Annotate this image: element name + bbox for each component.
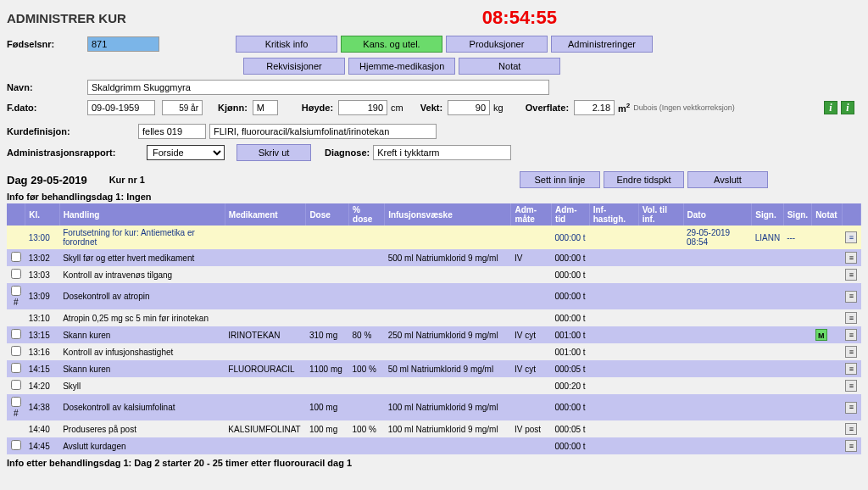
cell-dose	[306, 283, 349, 309]
cell-kl: 13:15	[25, 326, 60, 343]
col-infh: Inf-hastigh.	[589, 203, 638, 226]
hoyde-input[interactable]	[338, 100, 387, 115]
cell-kl: 13:16	[25, 343, 60, 360]
fdato-input[interactable]	[87, 100, 155, 115]
treatment-table: Kl. Handling Medikament Dose % dose Infu…	[7, 203, 861, 454]
age-input[interactable]	[162, 100, 203, 115]
cell-sign1	[752, 343, 783, 360]
kans-utel-button[interactable]: Kans. og utel.	[341, 36, 442, 53]
diagnose-input[interactable]	[373, 145, 511, 160]
row-checkbox[interactable]	[11, 397, 21, 407]
cell-admtid: 000:05 t	[551, 420, 589, 437]
navn-input[interactable]	[87, 80, 549, 95]
cell-notat	[812, 343, 843, 360]
cell-infh	[589, 326, 638, 343]
cell-vol	[638, 377, 683, 394]
row-menu-icon[interactable]: ≡	[845, 363, 857, 375]
info-icon-1[interactable]: i	[824, 101, 837, 114]
fodselsnr-input[interactable]	[87, 36, 159, 52]
cell-sign1	[752, 326, 783, 343]
cell-dato	[683, 326, 752, 343]
rekvisisjoner-button[interactable]: Rekvisisjoner	[243, 58, 345, 75]
cell-pct: 100 %	[349, 420, 385, 437]
avslutt-button[interactable]: Avslutt	[687, 171, 768, 188]
row-checkbox[interactable]	[11, 269, 21, 279]
cell-kl: 13:00	[25, 226, 60, 249]
row-menu-icon[interactable]: ≡	[845, 329, 857, 341]
kurdef-name-input[interactable]	[209, 124, 437, 139]
cell-dato	[683, 377, 752, 394]
row-menu-icon[interactable]: ≡	[845, 252, 857, 264]
vekt-input[interactable]	[448, 100, 490, 115]
administreringer-button[interactable]: Administreringer	[551, 36, 653, 53]
table-row: 13:15Skann kurenIRINOTEKAN310 mg80 %250 …	[7, 326, 861, 343]
row-menu-icon[interactable]: ≡	[845, 402, 857, 414]
cell-notat	[812, 394, 843, 420]
cell-dose: 100 mg	[306, 420, 349, 437]
cell-admtid: 000:00 t	[551, 394, 589, 420]
cell-sign2	[783, 249, 811, 266]
kg-unit: kg	[493, 103, 504, 113]
table-row: 14:15Skann kurenFLUOROURACIL1100 mg100 %…	[7, 360, 861, 377]
row-checkbox[interactable]	[11, 346, 21, 356]
cell-dose: 310 mg	[306, 326, 349, 343]
row-menu-icon[interactable]: ≡	[845, 291, 857, 303]
kritisk-info-button[interactable]: Kritisk info	[236, 36, 337, 53]
overflate-input[interactable]	[574, 100, 615, 115]
cell-infv	[385, 437, 511, 454]
row-menu-icon[interactable]: ≡	[845, 380, 857, 392]
adminrapport-select[interactable]: Forside	[147, 145, 225, 160]
table-row: 13:02Skyll før og etter hvert medikament…	[7, 249, 861, 266]
row-checkbox[interactable]	[11, 252, 21, 262]
info-icon-2[interactable]: i	[841, 101, 854, 114]
cell-med	[225, 283, 306, 309]
vekt-label: Vekt:	[420, 103, 442, 113]
col-adm: Adm-måte	[511, 203, 551, 226]
cell-infv: 250 ml Natriumklorid 9 mg/ml	[385, 326, 511, 343]
cell-sign1	[752, 283, 783, 309]
table-row: #13:09Dosekontroll av atropin000:00 t≡	[7, 283, 861, 309]
table-row: #14:38Dosekontroll av kalsiumfolinat100 …	[7, 394, 861, 420]
row-menu-icon[interactable]: ≡	[845, 269, 857, 281]
cell-infv: 100 ml Natriumklorid 9 mg/ml	[385, 394, 511, 420]
m-badge[interactable]: M	[815, 329, 827, 341]
row-checkbox[interactable]	[11, 380, 21, 390]
kurdef-code-input[interactable]	[138, 124, 206, 139]
cell-infv: 500 ml Natriumklorid 9 mg/ml	[385, 249, 511, 266]
cell-admtid: 001:00 t	[551, 326, 589, 343]
cell-dato	[683, 266, 752, 283]
row-menu-icon[interactable]: ≡	[845, 231, 857, 243]
row-checkbox[interactable]	[11, 440, 21, 450]
cell-med	[225, 309, 306, 326]
notat-button[interactable]: Notat	[459, 58, 560, 75]
col-infv: Infusjonsvæske	[385, 203, 511, 226]
cell-handling: Skyll før og etter hvert medikament	[59, 249, 225, 266]
endre-tidspkt-button[interactable]: Endre tidspkt	[604, 171, 684, 188]
cell-sign2	[783, 420, 811, 437]
cell-med	[225, 343, 306, 360]
row-menu-icon[interactable]: ≡	[845, 423, 857, 435]
cell-dato	[683, 360, 752, 377]
hjemme-medikasjon-button[interactable]: Hjemme-medikasjon	[348, 58, 455, 75]
table-row: 14:45Avslutt kurdagen000:00 t≡	[7, 437, 861, 454]
sett-inn-linje-button[interactable]: Sett inn linje	[520, 171, 600, 188]
kjonn-input[interactable]	[253, 100, 278, 115]
cell-sign1	[752, 266, 783, 283]
cell-sign1	[752, 394, 783, 420]
cell-vol	[638, 309, 683, 326]
row-menu-icon[interactable]: ≡	[845, 346, 857, 358]
cell-notat	[812, 420, 843, 437]
dubois-text: Dubois (Ingen vektkorreksjon)	[633, 103, 735, 112]
skriv-ut-button[interactable]: Skriv ut	[236, 144, 311, 161]
cell-notat	[812, 266, 843, 283]
row-checkbox[interactable]	[11, 286, 21, 296]
table-row: 14:40Produseres på postKALSIUMFOLINAT100…	[7, 420, 861, 437]
cell-vol	[638, 283, 683, 309]
row-menu-icon[interactable]: ≡	[845, 312, 857, 324]
row-checkbox[interactable]	[11, 329, 21, 339]
row-checkbox[interactable]	[11, 363, 21, 373]
row-menu-icon[interactable]: ≡	[845, 440, 857, 452]
produksjoner-button[interactable]: Produksjoner	[446, 36, 548, 53]
diagnose-label: Diagnose:	[325, 148, 370, 158]
cell-med	[225, 249, 306, 266]
